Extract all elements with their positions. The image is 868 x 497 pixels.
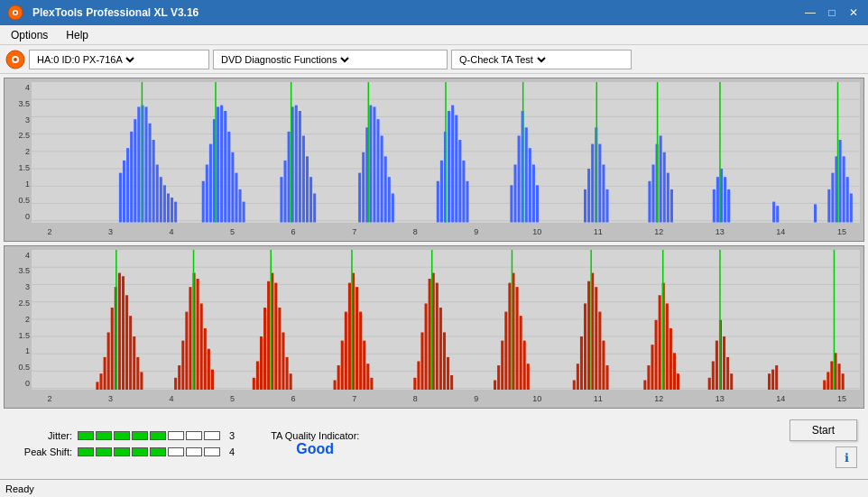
svg-rect-39 — [227, 132, 230, 223]
bottom-chart-x-axis: 2 3 4 5 6 7 8 9 10 11 12 13 14 15 — [32, 390, 860, 408]
peak-bar-4 — [132, 447, 148, 456]
svg-rect-213 — [647, 365, 650, 390]
x-label-b: 6 — [275, 394, 311, 403]
svg-rect-192 — [501, 340, 503, 390]
x-label: 6 — [275, 227, 311, 236]
svg-rect-97 — [660, 135, 662, 222]
svg-rect-100 — [670, 189, 673, 223]
svg-rect-130 — [104, 356, 106, 390]
info-button[interactable]: ℹ — [836, 446, 857, 468]
svg-rect-149 — [200, 303, 203, 390]
metrics-left: Jitter: 3 Peak Shift: — [11, 430, 235, 457]
svg-rect-81 — [525, 127, 528, 222]
svg-rect-49 — [295, 106, 298, 223]
svg-rect-30 — [174, 202, 177, 223]
svg-rect-182 — [429, 279, 431, 390]
svg-rect-56 — [358, 173, 361, 223]
svg-rect-157 — [263, 308, 266, 390]
menu-options[interactable]: Options — [5, 27, 53, 43]
peak-bar-6 — [168, 447, 184, 456]
svg-rect-144 — [181, 340, 184, 390]
y-label-05b: 0.5 — [6, 364, 30, 372]
svg-rect-151 — [208, 348, 210, 390]
svg-rect-110 — [814, 204, 817, 222]
minimize-button[interactable]: — — [803, 5, 817, 20]
svg-rect-25 — [156, 164, 159, 222]
svg-rect-95 — [651, 164, 654, 222]
x-label: 2 — [32, 227, 68, 236]
svg-rect-170 — [348, 282, 351, 390]
svg-rect-61 — [377, 119, 380, 222]
svg-rect-156 — [260, 336, 263, 390]
svg-rect-117 — [850, 193, 853, 222]
x-label: 3 — [93, 227, 129, 236]
svg-rect-109 — [776, 206, 779, 222]
svg-rect-215 — [655, 319, 658, 390]
test-selector[interactable]: Q-Check TA Test — [451, 50, 632, 69]
app-title: PlexTools Professional XL V3.16 — [32, 6, 199, 19]
svg-rect-71 — [451, 106, 454, 223]
svg-rect-18 — [130, 132, 133, 223]
svg-rect-187 — [447, 356, 449, 390]
svg-rect-188 — [450, 375, 453, 390]
svg-rect-150 — [204, 327, 207, 390]
svg-rect-166 — [334, 380, 337, 390]
x-label: 10 — [519, 227, 555, 236]
x-label: 9 — [458, 227, 494, 236]
x-label: 5 — [215, 227, 251, 236]
close-button[interactable]: ✕ — [846, 5, 861, 20]
svg-rect-98 — [663, 152, 666, 223]
start-button[interactable]: Start — [790, 419, 857, 441]
peak-bar-2 — [96, 447, 112, 456]
titlebar-left: PlexTools Professional XL V3.16 — [7, 5, 199, 21]
svg-rect-138 — [133, 336, 135, 390]
y-label-1: 1 — [6, 180, 30, 189]
x-label-b: 3 — [93, 394, 129, 403]
titlebar: PlexTools Professional XL V3.16 — □ ✕ — [0, 0, 868, 25]
bottom-chart-inner — [32, 250, 860, 391]
svg-rect-135 — [122, 276, 125, 390]
maximize-button[interactable]: □ — [825, 5, 839, 20]
svg-rect-132 — [111, 308, 114, 390]
svg-rect-207 — [595, 287, 597, 390]
x-label-b: 2 — [32, 394, 68, 403]
peak-shift-bar — [78, 447, 220, 456]
svg-rect-235 — [826, 372, 829, 390]
svg-rect-112 — [831, 173, 834, 223]
test-select[interactable]: Q-Check TA Test — [456, 53, 549, 66]
svg-rect-193 — [504, 311, 507, 390]
drive-select[interactable]: HA:0 ID:0 PX-716A — [33, 53, 137, 66]
svg-rect-65 — [392, 193, 394, 222]
drive-selector[interactable]: HA:0 ID:0 PX-716A — [29, 50, 209, 69]
top-chart-inner — [32, 82, 860, 223]
bottom-panel: Jitter: 3 Peak Shift: — [4, 412, 864, 475]
x-label-b: 14 — [762, 394, 799, 403]
svg-rect-64 — [388, 177, 391, 222]
function-select[interactable]: DVD Diagnostic Functions — [217, 53, 352, 66]
svg-rect-108 — [772, 202, 775, 223]
svg-rect-45 — [280, 177, 282, 222]
menu-help[interactable]: Help — [60, 27, 94, 43]
svg-rect-27 — [163, 185, 166, 222]
svg-rect-115 — [843, 156, 845, 222]
function-selector[interactable]: DVD Diagnostic Functions — [213, 50, 448, 69]
titlebar-controls: — □ ✕ — [803, 5, 861, 20]
svg-rect-209 — [602, 340, 605, 390]
svg-rect-181 — [425, 303, 428, 390]
svg-rect-43 — [243, 202, 245, 223]
svg-rect-28 — [167, 193, 170, 222]
svg-point-2 — [14, 12, 17, 14]
x-label: 14 — [762, 227, 799, 236]
svg-rect-152 — [211, 369, 214, 390]
jitter-bar-2 — [96, 431, 112, 440]
svg-rect-42 — [239, 189, 242, 223]
x-label-b: 5 — [215, 394, 251, 403]
svg-rect-78 — [513, 164, 516, 222]
charts-area: 4 3.5 3 2.5 2 1.5 1 0.5 0 — [4, 78, 864, 409]
y-label-3b: 3 — [6, 283, 30, 291]
svg-rect-131 — [107, 332, 110, 390]
y-label-0b: 0 — [6, 380, 30, 388]
svg-rect-160 — [274, 282, 277, 390]
svg-rect-99 — [667, 173, 669, 223]
y-label-15b: 1.5 — [6, 332, 30, 340]
